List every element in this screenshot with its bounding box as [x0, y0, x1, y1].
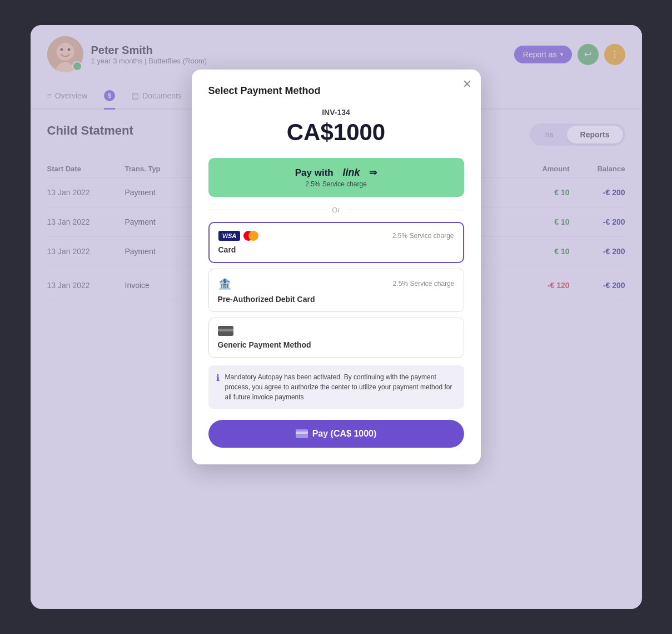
- payment-modal: Select Payment Method ✕ INV-134 CA$1000 …: [192, 70, 481, 464]
- invoice-ref: INV-134: [208, 108, 464, 117]
- info-icon: ℹ: [216, 373, 220, 383]
- pay-button-label: Pay (CA$ 1000): [312, 429, 377, 439]
- link-brand: link: [342, 167, 360, 179]
- debit-option-top: 🏦 2.5% Service charge: [218, 277, 455, 290]
- debit-label: Pre-Authorized Debit Card: [218, 295, 455, 304]
- debit-service-charge: 2.5% Service charge: [393, 280, 455, 288]
- mastercard-logo: [243, 231, 258, 241]
- payment-option-generic[interactable]: Generic Payment Method: [208, 318, 464, 358]
- card-service-charge: 2.5% Service charge: [392, 232, 454, 240]
- payment-option-debit[interactable]: 🏦 2.5% Service charge Pre-Authorized Deb…: [208, 269, 464, 312]
- generic-card-icon: [218, 326, 233, 336]
- app-frame: Peter Smith 1 year 3 months | Butterflie…: [31, 25, 642, 609]
- bank-icon: 🏦: [218, 277, 232, 290]
- pay-link-service-charge: 2.5% Service charge: [217, 180, 455, 188]
- card-option-top: VISA 2.5% Service charge: [218, 231, 454, 241]
- pay-with-link-button[interactable]: Pay with link ⇒ 2.5% Service charge: [208, 158, 464, 197]
- modal-overlay: Select Payment Method ✕ INV-134 CA$1000 …: [31, 25, 642, 609]
- modal-title: Select Payment Method: [208, 85, 464, 97]
- or-divider: Or: [208, 206, 464, 214]
- generic-option-top: [218, 326, 455, 336]
- generic-label: Generic Payment Method: [218, 340, 455, 349]
- invoice-amount: CA$1000: [208, 119, 464, 146]
- autopay-info-text: Mandatory Autopay has been activated. By…: [225, 372, 456, 402]
- pay-link-main-text: Pay with link ⇒: [217, 167, 455, 179]
- autopay-info-box: ℹ Mandatory Autopay has been activated. …: [208, 365, 464, 409]
- modal-close-button[interactable]: ✕: [462, 78, 472, 90]
- pay-button[interactable]: Pay (CA$ 1000): [208, 420, 464, 448]
- pay-card-icon: [296, 429, 308, 438]
- visa-logo: VISA: [218, 231, 241, 241]
- mc-right: [248, 231, 258, 241]
- card-logos: VISA: [218, 231, 259, 241]
- arrow-icon: ⇒: [369, 167, 377, 179]
- card-label: Card: [218, 245, 454, 254]
- payment-option-card[interactable]: VISA 2.5% Service charge Card: [208, 222, 464, 263]
